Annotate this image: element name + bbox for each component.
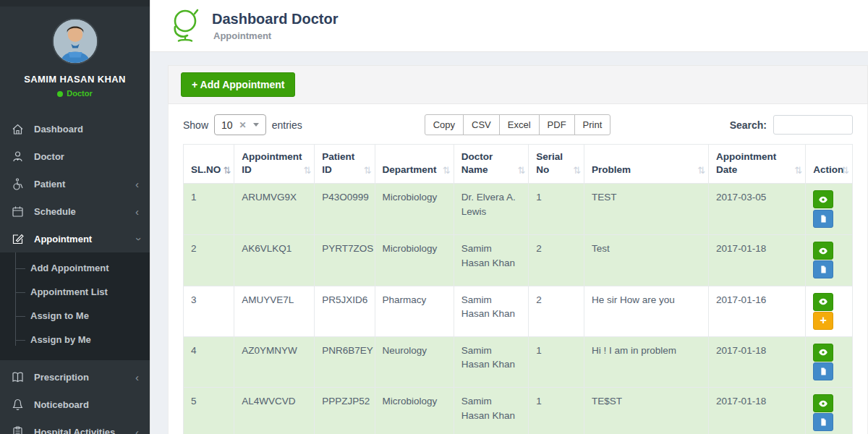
column-header-department[interactable]: Department⇅ — [375, 145, 454, 184]
doctor-icon — [11, 150, 25, 163]
titles: Dashboard Doctor Appointment — [212, 11, 338, 41]
copy-export-button[interactable]: Copy — [425, 114, 464, 135]
cell-appointment-id: AMUYVE7L — [234, 286, 315, 336]
wheelchair-icon — [11, 177, 25, 191]
sidebar-item-label: Dashboard — [34, 124, 139, 135]
column-header-sl-no[interactable]: SL.NO⇅ — [184, 145, 234, 184]
cell-doctor-name: Dr. Elvera A. Lewis — [454, 184, 529, 235]
column-label: Patient ID — [322, 151, 354, 175]
appointments-table: SL.NO⇅Appointment ID⇅Patient ID⇅Departme… — [183, 144, 853, 434]
sidebar-nav: DashboardDoctorPatient‹Schedule‹Appointm… — [0, 115, 150, 434]
clipboard-icon — [11, 425, 25, 434]
sidebar-subitem-assign-by-me[interactable]: Assign by Me — [0, 328, 150, 352]
profile-role-label: Doctor — [67, 89, 92, 98]
cell-patient-id: PPPZJP52 — [315, 388, 375, 434]
column-header-problem[interactable]: Problem⇅ — [584, 145, 709, 184]
edit-icon — [11, 232, 25, 246]
page-subtitle: Appointment — [213, 30, 338, 41]
search-label: Search: — [730, 119, 767, 131]
sidebar-item-schedule[interactable]: Schedule‹ — [0, 197, 150, 225]
book-icon — [11, 370, 25, 384]
view-button[interactable] — [813, 344, 833, 362]
cell-sl-no: 3 — [184, 286, 234, 336]
column-header-action[interactable]: Action⇅ — [806, 145, 853, 184]
cell-department: Microbiology — [375, 184, 454, 235]
sidebar-item-dashboard[interactable]: Dashboard — [0, 115, 150, 142]
report-button[interactable] — [813, 260, 833, 278]
table-row: 3AMUYVE7LPR5JXID6PharmacySamim Hasan Kha… — [184, 286, 853, 336]
table-controls: Show 10 ✕ entries CopyCSVExcelPDFPrint S… — [183, 114, 853, 135]
table-header-row: SL.NO⇅Appointment ID⇅Patient ID⇅Departme… — [184, 145, 853, 184]
page-length-control: Show 10 ✕ entries — [183, 114, 425, 135]
cell-action — [806, 184, 853, 235]
sidebar-subitem-add-appointment[interactable]: Add Appointment — [0, 256, 150, 280]
column-label: Department — [383, 164, 437, 175]
excel-export-button[interactable]: Excel — [499, 114, 540, 135]
cell-action — [806, 388, 853, 434]
add-button[interactable]: + — [813, 312, 833, 330]
report-button[interactable] — [813, 210, 833, 228]
sidebar-item-prescription[interactable]: Prescription‹ — [0, 363, 150, 391]
sidebar-subitem-appointment-list[interactable]: Appointment List — [0, 280, 150, 304]
column-label: SL.NO — [191, 164, 221, 175]
sort-icon: ⇅ — [443, 164, 451, 177]
sidebar: SAMIM HASAN KHAN Doctor DashboardDoctorP… — [0, 0, 150, 434]
sidebar-item-appointment[interactable]: Appointment‹ — [0, 225, 150, 252]
column-header-appointment-id[interactable]: Appointment ID⇅ — [234, 145, 315, 184]
column-header-appointment-date[interactable]: Appointment Date⇅ — [709, 145, 806, 184]
add-appointment-button[interactable]: + Add Appointment — [181, 72, 295, 97]
panel-body: Show 10 ✕ entries CopyCSVExcelPDFPrint S… — [168, 104, 868, 434]
cell-action — [806, 235, 853, 286]
pdf-export-button[interactable]: PDF — [539, 114, 575, 135]
cell-serial-no: 2 — [529, 235, 584, 286]
view-button[interactable] — [813, 190, 833, 208]
cell-serial-no: 1 — [529, 388, 584, 434]
cell-action — [806, 336, 853, 388]
report-button[interactable] — [813, 413, 833, 431]
page-header: Dashboard Doctor Appointment — [150, 0, 868, 52]
view-button[interactable] — [813, 293, 833, 311]
column-label: Doctor Name — [461, 151, 493, 175]
cell-doctor-name: Samim Hasan Khan — [454, 336, 529, 388]
search-input[interactable] — [773, 115, 853, 135]
column-header-patient-id[interactable]: Patient ID⇅ — [315, 145, 375, 184]
cell-serial-no: 1 — [529, 184, 584, 235]
sidebar-item-label: Appointment — [34, 234, 135, 244]
cell-appointment-id: AL4WVCVD — [234, 388, 315, 434]
column-header-serial-no[interactable]: Serial No⇅ — [529, 145, 584, 184]
report-button[interactable] — [813, 362, 833, 380]
csv-export-button[interactable]: CSV — [463, 114, 500, 135]
chevron-down-icon: ‹ — [132, 237, 142, 241]
sort-icon: ⇅ — [794, 164, 802, 177]
clear-icon[interactable]: ✕ — [239, 120, 247, 130]
sidebar-item-hospital-activities[interactable]: Hospital Activities‹ — [0, 418, 150, 434]
sidebar-item-doctor[interactable]: Doctor — [0, 142, 150, 170]
cell-appointment-id: AZ0YMNYW — [234, 336, 315, 388]
cell-problem: Test — [584, 235, 709, 286]
cell-doctor-name: Samim Hasan Khan — [454, 388, 529, 434]
avatar[interactable] — [52, 18, 98, 64]
cell-sl-no: 1 — [184, 184, 234, 235]
view-button[interactable] — [813, 242, 833, 260]
column-label: Serial No — [536, 151, 563, 175]
cell-appointment-date: 2017-01-16 — [709, 286, 806, 336]
column-header-doctor-name[interactable]: Doctor Name⇅ — [454, 145, 529, 184]
home-icon — [11, 122, 25, 136]
cell-problem: Hi ! I am in problem — [584, 336, 709, 388]
view-button[interactable] — [813, 394, 833, 412]
cell-appointment-date: 2017-01-18 — [709, 388, 806, 434]
table-row: 5AL4WVCVDPPPZJP52MicrobiologySamim Hasan… — [184, 388, 853, 434]
sidebar-item-noticeboard[interactable]: Noticeboard — [0, 391, 150, 418]
print-export-button[interactable]: Print — [574, 114, 611, 135]
cell-serial-no: 2 — [529, 286, 584, 336]
sidebar-item-label: Doctor — [34, 151, 139, 162]
cell-department: Pharmacy — [375, 286, 454, 336]
sort-icon: ⇅ — [573, 164, 581, 177]
sidebar-item-label: Noticeboard — [34, 399, 139, 410]
page-length-select[interactable]: 10 ✕ — [214, 114, 266, 135]
sidebar-subitem-assign-to-me[interactable]: Assign to Me — [0, 304, 150, 328]
sidebar-item-patient[interactable]: Patient‹ — [0, 170, 150, 197]
cell-serial-no: 1 — [529, 336, 584, 388]
sort-icon: ⇅ — [223, 164, 231, 177]
cell-patient-id: P43O0999 — [315, 184, 375, 235]
